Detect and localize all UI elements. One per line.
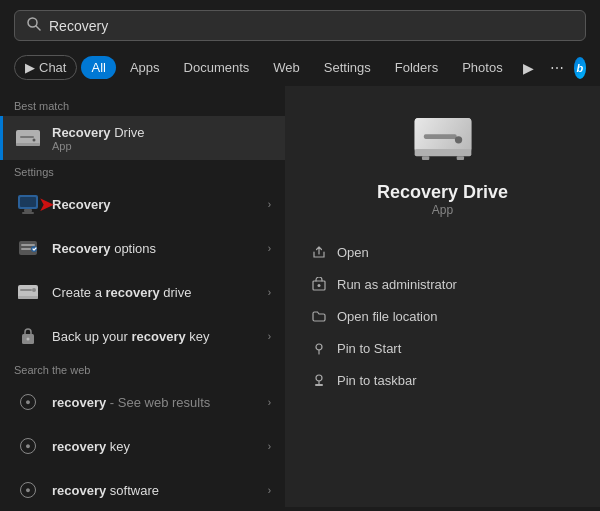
action-file-location-label: Open file location (337, 309, 437, 324)
svg-rect-26 (456, 156, 463, 160)
web-recovery-software-text: recovery software (52, 483, 258, 498)
search-box (14, 10, 586, 41)
right-panel: Recovery Drive App Open (285, 86, 600, 507)
web-recovery-suffix: - See web results (106, 395, 210, 410)
svg-rect-22 (423, 134, 456, 139)
action-pin-taskbar[interactable]: Pin to taskbar (301, 365, 584, 395)
recovery-bold-2: recovery (105, 285, 159, 300)
web-item-recovery[interactable]: ● recovery - See web results › (0, 380, 285, 424)
action-run-admin-label: Run as administrator (337, 277, 457, 292)
svg-line-1 (36, 26, 40, 30)
svg-rect-11 (21, 244, 35, 246)
action-list: Open Run as administrator (301, 237, 584, 395)
tab-documents[interactable]: Documents (174, 56, 260, 79)
settings-recovery-options-icon (14, 234, 42, 262)
web-recovery-software-title: recovery software (52, 483, 258, 498)
tab-chat-label: Chat (39, 60, 66, 75)
recovery-bold-3: recovery (132, 329, 186, 344)
key-text: key (186, 329, 210, 344)
tab-play-button[interactable]: ▶ (517, 56, 540, 80)
chat-play-icon: ▶ (25, 60, 35, 75)
settings-recovery-title: Recovery (52, 197, 258, 212)
best-match-bold: Recovery (52, 125, 111, 140)
web-recovery-key-arrow: › (268, 441, 271, 452)
web-search-icon-2: ● (14, 432, 42, 460)
web-recovery-key-bold: recovery (52, 439, 106, 454)
create-recovery-arrow: › (268, 287, 271, 298)
tab-web[interactable]: Web (263, 56, 310, 79)
search-icon (27, 17, 41, 34)
svg-rect-7 (20, 197, 36, 207)
svg-rect-25 (421, 156, 428, 160)
settings-create-recovery-item[interactable]: Create a recovery drive › (0, 270, 285, 314)
best-match-item[interactable]: Recovery Drive App (0, 116, 285, 160)
web-recovery-arrow: › (268, 397, 271, 408)
web-recovery-key-title: recovery key (52, 439, 258, 454)
settings-recovery-options-item[interactable]: Recovery options › (0, 226, 285, 270)
settings-create-recovery-text: Create a recovery drive (52, 285, 258, 300)
app-detail-type: App (432, 203, 453, 217)
bing-button[interactable]: b (574, 57, 586, 79)
tab-folders[interactable]: Folders (385, 56, 448, 79)
action-open[interactable]: Open (301, 237, 584, 267)
settings-recovery-text: Recovery (52, 197, 258, 212)
search-container (0, 0, 600, 49)
tab-photos[interactable]: Photos (452, 56, 512, 79)
pin-start-icon (311, 340, 327, 356)
app-title-bold: Recovery (377, 182, 458, 202)
web-recovery-software-bold: recovery (52, 483, 106, 498)
create-a-text: Create a (52, 285, 105, 300)
recovery-options-arrow: › (268, 243, 271, 254)
tab-more-button[interactable]: ⋯ (544, 56, 570, 80)
recovery-options-rest: options (111, 241, 157, 256)
main-content: Best match Recovery Drive App Settings (0, 86, 600, 507)
svg-point-13 (31, 246, 37, 252)
app-title-rest: Drive (458, 182, 508, 202)
bing-label: b (576, 62, 583, 74)
best-match-text: Recovery Drive App (52, 125, 271, 152)
app-big-icon (411, 106, 475, 170)
action-pin-start[interactable]: Pin to Start (301, 333, 584, 363)
svg-rect-5 (16, 143, 40, 146)
svg-rect-24 (414, 149, 471, 156)
web-item-recovery-software[interactable]: ● recovery software › (0, 468, 285, 507)
settings-recovery-icon (14, 190, 42, 218)
web-item-recovery-key[interactable]: ● recovery key › (0, 424, 285, 468)
action-file-location[interactable]: Open file location (301, 301, 584, 331)
search-web-section-label: Search the web (0, 358, 285, 380)
left-panel: Best match Recovery Drive App Settings (0, 86, 285, 507)
svg-rect-15 (20, 289, 32, 291)
best-match-section-label: Best match (0, 94, 285, 116)
folder-icon (311, 308, 327, 324)
web-recovery-software-rest: software (106, 483, 159, 498)
settings-backup-recovery-item[interactable]: Back up your recovery key › (0, 314, 285, 358)
svg-point-16 (32, 288, 36, 292)
tab-apps[interactable]: Apps (120, 56, 170, 79)
svg-rect-9 (22, 212, 34, 214)
app-detail-title: Recovery Drive (377, 182, 508, 203)
svg-point-30 (316, 375, 322, 381)
recovery-options-bold: Recovery (52, 241, 111, 256)
best-match-rest: Drive (111, 125, 145, 140)
settings-recovery-options-title: Recovery options (52, 241, 258, 256)
tab-settings[interactable]: Settings (314, 56, 381, 79)
action-open-label: Open (337, 245, 369, 260)
settings-create-recovery-icon (14, 278, 42, 306)
svg-rect-31 (315, 384, 323, 386)
tab-chat[interactable]: ▶ Chat (14, 55, 77, 80)
web-recovery-text: recovery - See web results (52, 395, 258, 410)
tab-all[interactable]: All (81, 56, 115, 79)
web-recovery-software-arrow: › (268, 485, 271, 496)
svg-rect-3 (20, 136, 34, 138)
settings-recovery-bold: Recovery (52, 197, 111, 212)
action-run-admin[interactable]: Run as administrator (301, 269, 584, 299)
web-search-icon-3: ● (14, 476, 42, 504)
svg-point-28 (318, 284, 321, 287)
web-search-icon-1: ● (14, 388, 42, 416)
back-up-text: Back up your (52, 329, 132, 344)
drive-text: drive (160, 285, 192, 300)
web-recovery-title: recovery - See web results (52, 395, 258, 410)
settings-recovery-item[interactable]: Recovery ➤ › (0, 182, 285, 226)
search-input[interactable] (49, 18, 573, 34)
action-pin-start-label: Pin to Start (337, 341, 401, 356)
